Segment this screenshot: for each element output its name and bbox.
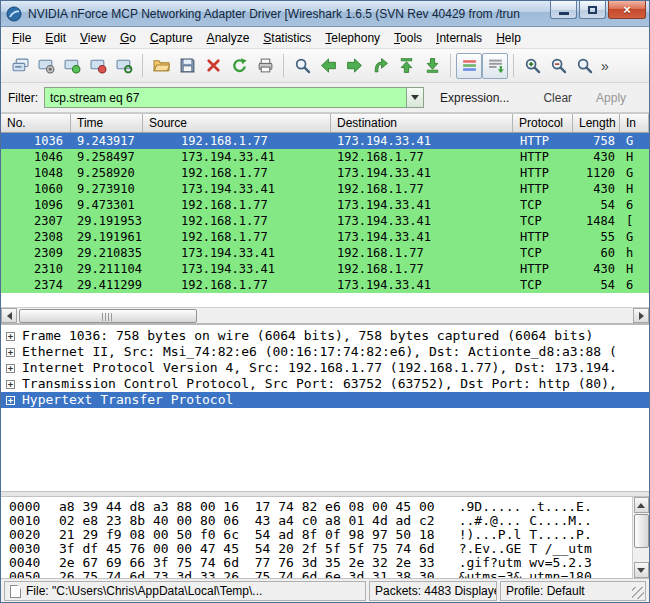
go-to-packet-icon[interactable]: [367, 53, 393, 79]
toolbar-overflow-chevron[interactable]: »: [601, 58, 609, 74]
open-file-icon[interactable]: [148, 53, 174, 79]
scroll-up-arrow[interactable]: [634, 497, 649, 513]
capture-options-icon[interactable]: [33, 53, 59, 79]
packet-row[interactable]: 1060 9.273910 173.194.33.41 192.168.1.77…: [1, 181, 649, 197]
menu-capture[interactable]: Capture: [143, 28, 200, 48]
hex-row[interactable]: 0030 3f df 45 76 00 00 47 45 54 20 2f 5f…: [9, 542, 629, 556]
go-back-icon[interactable]: [315, 53, 341, 79]
hex-ascii: &utms=3& utmn=180: [459, 570, 592, 579]
menu-analyze[interactable]: Analyze: [200, 28, 257, 48]
zoom-100-icon[interactable]: [571, 53, 597, 79]
menu-internals[interactable]: Internals: [429, 28, 489, 48]
hex-row[interactable]: 0040 2e 67 69 66 3f 75 74 6d 77 76 3d 35…: [9, 556, 629, 570]
resize-grip[interactable]: [632, 587, 644, 599]
titlebar[interactable]: NVIDIA nForce MCP Networking Adapter Dri…: [1, 1, 649, 27]
menu-go[interactable]: Go: [113, 28, 143, 48]
detail-row-ethernet[interactable]: Ethernet II, Src: Msi_74:82:e6 (00:16:17…: [1, 344, 649, 360]
expression-button[interactable]: Expression...: [434, 88, 515, 108]
detail-row-http[interactable]: Hypertext Transfer Protocol: [1, 392, 649, 408]
auto-scroll-icon[interactable]: [482, 53, 508, 79]
expand-plus-icon[interactable]: [6, 396, 15, 405]
hex-vertical-scrollbar[interactable]: [632, 497, 649, 578]
hex-row[interactable]: 0050 26 75 74 6d 73 3d 33 26 75 74 6d 6e…: [9, 570, 629, 579]
hex-row[interactable]: 0000 a8 39 44 d8 a3 88 00 16 17 74 82 e6…: [9, 500, 629, 514]
menu-edit[interactable]: Edit: [38, 28, 73, 48]
menu-telephony[interactable]: Telephony: [318, 28, 387, 48]
list-interfaces-icon[interactable]: [7, 53, 33, 79]
column-header-length[interactable]: Length: [573, 114, 620, 133]
close-button[interactable]: ×: [608, 1, 646, 19]
expand-plus-icon[interactable]: [6, 348, 15, 357]
packet-row[interactable]: 1048 9.258920 192.168.1.77 173.194.33.41…: [1, 165, 649, 181]
arrow-left-icon: [7, 312, 12, 320]
column-header-info[interactable]: In: [620, 114, 649, 133]
column-header-protocol[interactable]: Protocol: [513, 114, 573, 133]
packet-row[interactable]: 2310 29.211104 173.194.33.41 192.168.1.7…: [1, 261, 649, 277]
hex-offset: 0050: [9, 570, 47, 579]
packet-row[interactable]: 1036 9.243917 192.168.1.77 173.194.33.41…: [1, 133, 649, 149]
packet-cell-length: 758: [573, 133, 620, 149]
close-file-icon[interactable]: [200, 53, 226, 79]
horizontal-scrollbar[interactable]: [1, 307, 649, 324]
arrow-up-icon: [637, 503, 645, 508]
packet-cell-protocol: HTTP: [513, 149, 573, 165]
menu-statistics[interactable]: Statistics: [256, 28, 318, 48]
go-to-top-icon[interactable]: [393, 53, 419, 79]
capture-restart-icon[interactable]: [111, 53, 137, 79]
capture-stop-icon[interactable]: [85, 53, 111, 79]
find-packet-icon[interactable]: [289, 53, 315, 79]
wireshark-app-icon[interactable]: [6, 6, 22, 22]
expand-plus-icon[interactable]: [6, 380, 15, 389]
scrollbar-thumb[interactable]: [19, 309, 197, 323]
packet-cell-destination: 173.194.33.41: [331, 133, 513, 149]
column-header-no[interactable]: No.: [1, 114, 71, 133]
menu-file[interactable]: File: [5, 28, 38, 48]
maximize-button[interactable]: [579, 1, 606, 19]
column-header-time[interactable]: Time: [71, 114, 143, 133]
go-to-bottom-icon[interactable]: [419, 53, 445, 79]
packet-cell-destination: 192.168.1.77: [331, 245, 513, 261]
filter-input[interactable]: [44, 87, 406, 108]
scroll-left-arrow[interactable]: [1, 308, 17, 323]
save-file-icon[interactable]: [174, 53, 200, 79]
scroll-right-arrow[interactable]: [633, 308, 649, 323]
scrollbar-thumb[interactable]: [634, 514, 649, 548]
column-header-source[interactable]: Source: [143, 114, 331, 133]
zoom-out-icon[interactable]: [545, 53, 571, 79]
detail-row-ip[interactable]: Internet Protocol Version 4, Src: 192.16…: [1, 360, 649, 376]
packet-row[interactable]: 1046 9.258497 173.194.33.41 192.168.1.77…: [1, 149, 649, 165]
packet-row[interactable]: 2307 29.191953 192.168.1.77 173.194.33.4…: [1, 213, 649, 229]
packet-row[interactable]: 2309 29.210835 173.194.33.41 192.168.1.7…: [1, 245, 649, 261]
scroll-down-arrow[interactable]: [634, 562, 649, 578]
reload-icon[interactable]: [226, 53, 252, 79]
apply-button[interactable]: Apply: [590, 88, 632, 108]
zoom-in-icon[interactable]: [519, 53, 545, 79]
packet-cell-destination: 173.194.33.41: [331, 229, 513, 245]
packet-cell-no: 1046: [1, 149, 71, 165]
menu-view[interactable]: View: [73, 28, 113, 48]
packet-row[interactable]: 2374 29.411299 192.168.1.77 173.194.33.4…: [1, 277, 649, 293]
hex-row[interactable]: 0020 21 29 f9 08 00 50 f0 6c 54 ad 8f 0f…: [9, 528, 629, 542]
packet-cell-info: H: [620, 261, 649, 277]
hex-bytes: 3f df 45 76 00 00 47 45 54 20 2f 5f 5f 7…: [59, 542, 435, 556]
minimize-button[interactable]: [550, 1, 577, 19]
hex-row[interactable]: 0010 02 e8 23 8b 40 00 80 06 43 a4 c0 a8…: [9, 514, 629, 528]
menu-tools[interactable]: Tools: [387, 28, 429, 48]
detail-row-frame[interactable]: Frame 1036: 758 bytes on wire (6064 bits…: [1, 328, 649, 344]
hex-bytes: 2e 67 69 66 3f 75 74 6d 77 76 3d 35 2e 3…: [59, 556, 435, 570]
column-header-destination[interactable]: Destination: [331, 114, 513, 133]
packet-cell-length: 54: [573, 197, 620, 213]
filter-dropdown-button[interactable]: [406, 87, 424, 108]
capture-start-icon[interactable]: [59, 53, 85, 79]
menu-help[interactable]: Help: [489, 28, 528, 48]
expand-plus-icon[interactable]: [6, 364, 15, 373]
print-icon[interactable]: [252, 53, 278, 79]
packet-row[interactable]: 1096 9.473301 192.168.1.77 173.194.33.41…: [1, 197, 649, 213]
expand-plus-icon[interactable]: [6, 332, 15, 341]
go-forward-icon[interactable]: [341, 53, 367, 79]
status-profile-segment[interactable]: Profile: Default: [500, 581, 646, 601]
detail-row-tcp[interactable]: Transmission Control Protocol, Src Port:…: [1, 376, 649, 392]
colorize-packet-list-icon[interactable]: [456, 53, 482, 79]
clear-button[interactable]: Clear: [537, 88, 578, 108]
packet-row[interactable]: 2308 29.191961 192.168.1.77 173.194.33.4…: [1, 229, 649, 245]
